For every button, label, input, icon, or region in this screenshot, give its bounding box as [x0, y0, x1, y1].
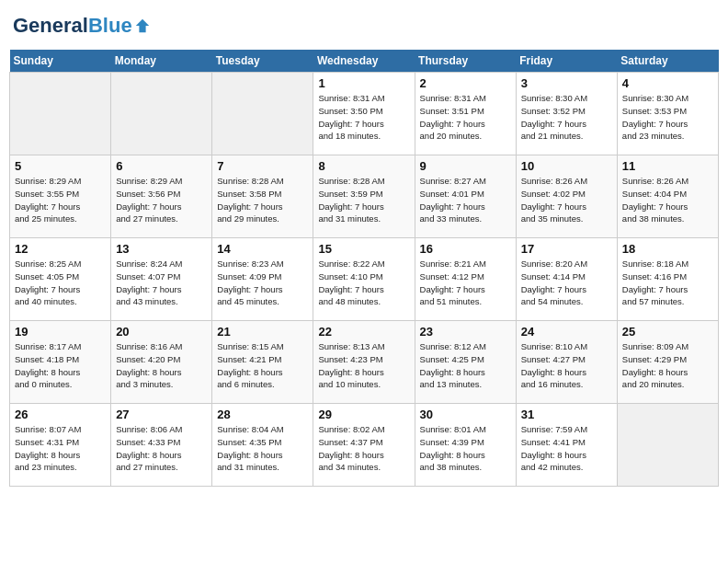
calendar-cell: 27Sunrise: 8:06 AM Sunset: 4:33 PM Dayli…: [111, 404, 212, 487]
day-number: 13: [116, 242, 207, 256]
day-info: Sunrise: 8:31 AM Sunset: 3:51 PM Dayligh…: [420, 92, 511, 143]
calendar-cell: 28Sunrise: 8:04 AM Sunset: 4:35 PM Dayli…: [212, 404, 313, 487]
day-number: 1: [318, 76, 409, 90]
day-info: Sunrise: 8:26 AM Sunset: 4:02 PM Dayligh…: [521, 175, 612, 225]
calendar-table: SundayMondayTuesdayWednesdayThursdayFrid…: [9, 50, 719, 487]
calendar-cell: 29Sunrise: 8:02 AM Sunset: 4:37 PM Dayli…: [313, 404, 415, 487]
calendar-cell: [212, 73, 313, 155]
day-number: 19: [15, 325, 106, 339]
calendar-cell: 7Sunrise: 8:28 AM Sunset: 3:58 PM Daylig…: [212, 155, 313, 238]
weekday-header-sunday: Sunday: [10, 50, 111, 73]
calendar-cell: [617, 404, 718, 487]
calendar-cell: 20Sunrise: 8:16 AM Sunset: 4:20 PM Dayli…: [111, 321, 212, 404]
day-number: 12: [15, 242, 106, 256]
day-info: Sunrise: 8:23 AM Sunset: 4:09 PM Dayligh…: [217, 258, 308, 308]
weekday-header-monday: Monday: [111, 50, 212, 73]
calendar-cell: 10Sunrise: 8:26 AM Sunset: 4:02 PM Dayli…: [516, 155, 617, 238]
calendar-cell: 17Sunrise: 8:20 AM Sunset: 4:14 PM Dayli…: [516, 238, 617, 321]
day-number: 26: [15, 408, 106, 421]
logo-text: GeneralBlue: [13, 15, 132, 37]
svg-marker-0: [135, 19, 148, 32]
weekday-header-thursday: Thursday: [415, 50, 516, 73]
day-info: Sunrise: 8:18 AM Sunset: 4:16 PM Dayligh…: [622, 258, 713, 308]
day-number: 22: [318, 325, 409, 339]
day-info: Sunrise: 8:20 AM Sunset: 4:14 PM Dayligh…: [521, 258, 612, 308]
day-number: 29: [318, 408, 409, 421]
calendar-cell: 11Sunrise: 8:26 AM Sunset: 4:04 PM Dayli…: [617, 155, 718, 238]
day-info: Sunrise: 8:24 AM Sunset: 4:07 PM Dayligh…: [116, 258, 207, 308]
calendar-cell: 13Sunrise: 8:24 AM Sunset: 4:07 PM Dayli…: [111, 238, 212, 321]
day-info: Sunrise: 8:07 AM Sunset: 4:31 PM Dayligh…: [15, 423, 106, 474]
calendar-cell: 18Sunrise: 8:18 AM Sunset: 4:16 PM Dayli…: [617, 238, 718, 321]
calendar-cell: 25Sunrise: 8:09 AM Sunset: 4:29 PM Dayli…: [617, 321, 718, 404]
calendar-cell: 6Sunrise: 8:29 AM Sunset: 3:56 PM Daylig…: [111, 155, 212, 238]
calendar-cell: 21Sunrise: 8:15 AM Sunset: 4:21 PM Dayli…: [212, 321, 313, 404]
day-number: 9: [420, 159, 511, 173]
day-number: 11: [622, 159, 713, 173]
day-info: Sunrise: 8:12 AM Sunset: 4:25 PM Dayligh…: [420, 340, 511, 391]
day-info: Sunrise: 8:01 AM Sunset: 4:39 PM Dayligh…: [420, 423, 511, 474]
day-number: 23: [420, 325, 511, 339]
day-info: Sunrise: 8:27 AM Sunset: 4:01 PM Dayligh…: [420, 175, 511, 225]
calendar-cell: 9Sunrise: 8:27 AM Sunset: 4:01 PM Daylig…: [415, 155, 516, 238]
day-number: 20: [116, 325, 207, 339]
page-header: GeneralBlue: [9, 9, 719, 42]
calendar-cell: [111, 73, 212, 155]
day-info: Sunrise: 8:15 AM Sunset: 4:21 PM Dayligh…: [217, 340, 308, 391]
day-info: Sunrise: 8:06 AM Sunset: 4:33 PM Dayligh…: [116, 423, 207, 474]
day-info: Sunrise: 8:13 AM Sunset: 4:23 PM Dayligh…: [318, 340, 409, 391]
day-info: Sunrise: 8:09 AM Sunset: 4:29 PM Dayligh…: [622, 340, 713, 391]
calendar-cell: 3Sunrise: 8:30 AM Sunset: 3:52 PM Daylig…: [516, 73, 617, 155]
calendar-cell: 16Sunrise: 8:21 AM Sunset: 4:12 PM Dayli…: [415, 238, 516, 321]
day-number: 6: [116, 159, 207, 173]
day-info: Sunrise: 8:25 AM Sunset: 4:05 PM Dayligh…: [15, 258, 106, 308]
day-info: Sunrise: 8:16 AM Sunset: 4:20 PM Dayligh…: [116, 340, 207, 391]
calendar-week-row: 26Sunrise: 8:07 AM Sunset: 4:31 PM Dayli…: [10, 404, 719, 487]
calendar-cell: 2Sunrise: 8:31 AM Sunset: 3:51 PM Daylig…: [415, 73, 516, 155]
calendar-cell: 1Sunrise: 8:31 AM Sunset: 3:50 PM Daylig…: [313, 73, 415, 155]
day-info: Sunrise: 8:04 AM Sunset: 4:35 PM Dayligh…: [217, 423, 308, 474]
weekday-header-wednesday: Wednesday: [313, 50, 415, 73]
calendar-week-row: 12Sunrise: 8:25 AM Sunset: 4:05 PM Dayli…: [10, 238, 719, 321]
weekday-header-friday: Friday: [516, 50, 617, 73]
day-info: Sunrise: 7:59 AM Sunset: 4:41 PM Dayligh…: [521, 423, 612, 474]
calendar-week-row: 1Sunrise: 8:31 AM Sunset: 3:50 PM Daylig…: [10, 73, 719, 155]
calendar-week-row: 5Sunrise: 8:29 AM Sunset: 3:55 PM Daylig…: [10, 155, 719, 238]
weekday-header-tuesday: Tuesday: [212, 50, 313, 73]
day-number: 5: [15, 159, 106, 173]
day-info: Sunrise: 8:29 AM Sunset: 3:56 PM Dayligh…: [116, 175, 207, 225]
day-number: 3: [521, 76, 612, 90]
day-number: 30: [420, 408, 511, 421]
day-info: Sunrise: 8:26 AM Sunset: 4:04 PM Dayligh…: [622, 175, 713, 225]
day-number: 4: [622, 76, 713, 90]
day-info: Sunrise: 8:31 AM Sunset: 3:50 PM Dayligh…: [318, 92, 409, 143]
logo: GeneralBlue: [13, 15, 151, 37]
calendar-cell: 30Sunrise: 8:01 AM Sunset: 4:39 PM Dayli…: [415, 404, 516, 487]
day-info: Sunrise: 8:10 AM Sunset: 4:27 PM Dayligh…: [521, 340, 612, 391]
calendar-week-row: 19Sunrise: 8:17 AM Sunset: 4:18 PM Dayli…: [10, 321, 719, 404]
day-number: 17: [521, 242, 612, 256]
day-number: 7: [217, 159, 308, 173]
day-info: Sunrise: 8:17 AM Sunset: 4:18 PM Dayligh…: [15, 340, 106, 391]
day-info: Sunrise: 8:30 AM Sunset: 3:52 PM Dayligh…: [521, 92, 612, 143]
calendar-cell: 8Sunrise: 8:28 AM Sunset: 3:59 PM Daylig…: [313, 155, 415, 238]
day-number: 2: [420, 76, 511, 90]
day-info: Sunrise: 8:21 AM Sunset: 4:12 PM Dayligh…: [420, 258, 511, 308]
day-number: 10: [521, 159, 612, 173]
calendar-cell: 31Sunrise: 7:59 AM Sunset: 4:41 PM Dayli…: [516, 404, 617, 487]
day-number: 14: [217, 242, 308, 256]
calendar-cell: 12Sunrise: 8:25 AM Sunset: 4:05 PM Dayli…: [10, 238, 111, 321]
day-number: 21: [217, 325, 308, 339]
weekday-header-row: SundayMondayTuesdayWednesdayThursdayFrid…: [10, 50, 719, 73]
day-info: Sunrise: 8:22 AM Sunset: 4:10 PM Dayligh…: [318, 258, 409, 308]
calendar-cell: 5Sunrise: 8:29 AM Sunset: 3:55 PM Daylig…: [10, 155, 111, 238]
day-number: 31: [521, 408, 612, 421]
day-number: 8: [318, 159, 409, 173]
day-number: 28: [217, 408, 308, 421]
weekday-header-saturday: Saturday: [617, 50, 718, 73]
calendar-cell: 26Sunrise: 8:07 AM Sunset: 4:31 PM Dayli…: [10, 404, 111, 487]
day-number: 15: [318, 242, 409, 256]
day-info: Sunrise: 8:28 AM Sunset: 3:59 PM Dayligh…: [318, 175, 409, 225]
calendar-cell: 4Sunrise: 8:30 AM Sunset: 3:53 PM Daylig…: [617, 73, 718, 155]
day-info: Sunrise: 8:28 AM Sunset: 3:58 PM Dayligh…: [217, 175, 308, 225]
